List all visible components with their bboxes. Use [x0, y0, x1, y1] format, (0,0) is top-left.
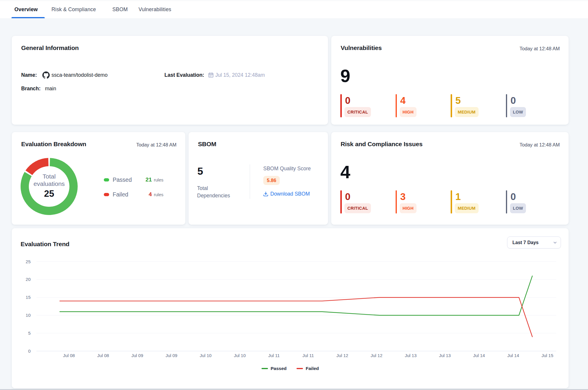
sbom-card: SBOM 5 Total Dependencies SBOM Quality S… [189, 132, 328, 225]
sbom-quality-score-label: SBOM Quality Score [263, 166, 311, 171]
last-evaluation-label: Last Evaluation: [164, 71, 204, 79]
failed-line-label: Failed [306, 366, 319, 371]
severity-medium-count: 1 [455, 191, 461, 202]
severity-medium-bar [451, 190, 452, 214]
evaluation-breakdown-card: Evaluation Breakdown Today at 12:48 AM T… [12, 132, 185, 225]
svg-text:15: 15 [26, 295, 31, 300]
active-tab-underline [11, 17, 45, 18]
tab-risk-compliance-label: Risk & Compliance [51, 6, 96, 13]
severity-critical-badge: CRITICAL [344, 203, 371, 213]
time-range-dropdown[interactable]: Last 7 Days [507, 236, 561, 249]
donut-center-line2: evaluations [26, 180, 73, 188]
tabs: Overview Risk & Compliance SBOM Vulnerab… [0, 1, 588, 18]
download-sbom-link[interactable]: Download SBOM [263, 190, 310, 198]
chevron-down-icon [553, 241, 557, 245]
trend-legend-failed[interactable]: Failed [297, 366, 319, 371]
tab-overview[interactable]: Overview [11, 1, 45, 18]
svg-text:Jul 11: Jul 11 [268, 353, 280, 358]
severity-critical-bar [340, 94, 342, 117]
tab-sbom[interactable]: SBOM [109, 1, 131, 18]
sbom-quality-score-badge: 5.86 [263, 176, 280, 185]
donut-center-label: Total evaluations 25 [26, 173, 73, 199]
failed-legend-swatch [104, 193, 109, 196]
severity-low: 0 LOW [506, 94, 561, 117]
svg-text:Jul 12: Jul 12 [371, 353, 382, 358]
total-dependencies-label: Total Dependencies [197, 185, 230, 199]
time-range-value: Last 7 Days [512, 240, 553, 245]
severity-high-count: 4 [400, 95, 406, 106]
risk-compliance-card: Risk and Compliance Issues Today at 12:4… [331, 132, 569, 225]
failed-legend-value: 4 [139, 191, 152, 198]
severity-critical: 0 CRITICAL [340, 94, 395, 117]
tab-risk-compliance[interactable]: Risk & Compliance [49, 1, 99, 18]
total-dependencies-label-line1: Total [197, 185, 230, 192]
passed-legend-value: 21 [139, 176, 152, 183]
passed-legend-swatch [104, 178, 109, 181]
name-label: Name: [21, 71, 37, 79]
vulnerabilities-title: Vulnerabilities [341, 44, 382, 52]
severity-critical-count: 0 [345, 191, 350, 202]
severity-high-bar [396, 94, 397, 117]
severity-low-count: 0 [511, 191, 516, 202]
evaluation-trend-title: Evaluation Trend [21, 240, 69, 248]
severity-medium-badge: MEDIUM [455, 203, 479, 213]
legend-failed: Failed 4 rules [104, 191, 164, 198]
download-sbom-label: Download SBOM [270, 191, 310, 197]
svg-text:Jul 09: Jul 09 [131, 353, 143, 358]
evaluation-trend-chart: 0510152025Jul 08Jul 08Jul 09Jul 09Jul 10… [12, 228, 569, 388]
risk-compliance-severity-row: 0 CRITICAL 3 HIGH 1 MEDIUM 0 LOW [340, 190, 561, 214]
total-dependencies-label-line2: Dependencies [197, 192, 230, 199]
tab-overview-label: Overview [14, 6, 38, 13]
last-evaluation-value: Jul 15, 2024 12:48am [208, 71, 265, 79]
svg-text:0: 0 [28, 349, 31, 354]
vulnerabilities-severity-row: 0 CRITICAL 4 HIGH 5 MEDIUM 0 LOW [340, 94, 561, 117]
trend-legend-passed[interactable]: Passed [261, 366, 286, 371]
passed-legend-unit: rules [154, 177, 164, 182]
severity-critical-bar [340, 190, 342, 214]
general-information-title: General Information [21, 44, 79, 52]
svg-text:20: 20 [26, 277, 31, 282]
svg-text:10: 10 [26, 313, 31, 318]
svg-text:Jul 12: Jul 12 [337, 353, 348, 358]
tab-sbom-label: SBOM [112, 6, 128, 13]
svg-text:Jul 15: Jul 15 [542, 353, 553, 358]
severity-medium-badge: MEDIUM [455, 107, 479, 117]
svg-text:Jul 08: Jul 08 [97, 353, 109, 358]
evaluation-trend-card: 0510152025Jul 08Jul 08Jul 09Jul 09Jul 10… [12, 228, 569, 388]
repository-name: ssca-team/todolist-demo [42, 71, 108, 79]
svg-text:Jul 08: Jul 08 [63, 353, 75, 358]
severity-medium: 1 MEDIUM [451, 190, 506, 214]
total-dependencies-value: 5 [197, 165, 203, 177]
svg-text:Jul 13: Jul 13 [405, 353, 417, 358]
severity-low-count: 0 [511, 95, 516, 106]
svg-text:Jul 14: Jul 14 [473, 353, 485, 358]
severity-high-count: 3 [400, 191, 406, 202]
repository-name-text: ssca-team/todolist-demo [51, 71, 108, 79]
severity-critical: 0 CRITICAL [340, 190, 395, 214]
severity-high: 4 HIGH [396, 94, 451, 117]
severity-high-badge: HIGH [400, 203, 417, 213]
sbom-divider [250, 164, 250, 199]
failed-legend-label: Failed [113, 191, 139, 198]
severity-low: 0 LOW [506, 190, 561, 214]
calendar-icon [208, 72, 214, 78]
tab-vulnerabilities[interactable]: Vulnerabilities [136, 1, 174, 18]
passed-line-label: Passed [271, 366, 286, 371]
svg-text:25: 25 [26, 259, 31, 264]
passed-legend-label: Passed [113, 176, 139, 183]
svg-text:Jul 09: Jul 09 [166, 353, 177, 358]
trend-legend: Passed Failed [12, 366, 569, 371]
severity-critical-count: 0 [345, 95, 350, 106]
branch-label: Branch: [21, 85, 41, 92]
svg-text:Jul 13: Jul 13 [439, 353, 451, 358]
risk-compliance-timestamp: Today at 12:48 AM [519, 142, 560, 148]
failed-legend-unit: rules [154, 192, 164, 197]
severity-high-badge: HIGH [400, 107, 417, 117]
general-information-card: General Information Name: ssca-team/todo… [12, 36, 328, 125]
tab-bar: Overview Risk & Compliance SBOM Vulnerab… [0, 0, 588, 18]
risk-compliance-total: 4 [340, 162, 350, 182]
severity-low-badge: LOW [510, 107, 526, 117]
last-evaluation-text: Jul 15, 2024 12:48am [215, 71, 265, 79]
severity-medium-count: 5 [455, 95, 461, 106]
severity-high-bar [396, 190, 397, 214]
